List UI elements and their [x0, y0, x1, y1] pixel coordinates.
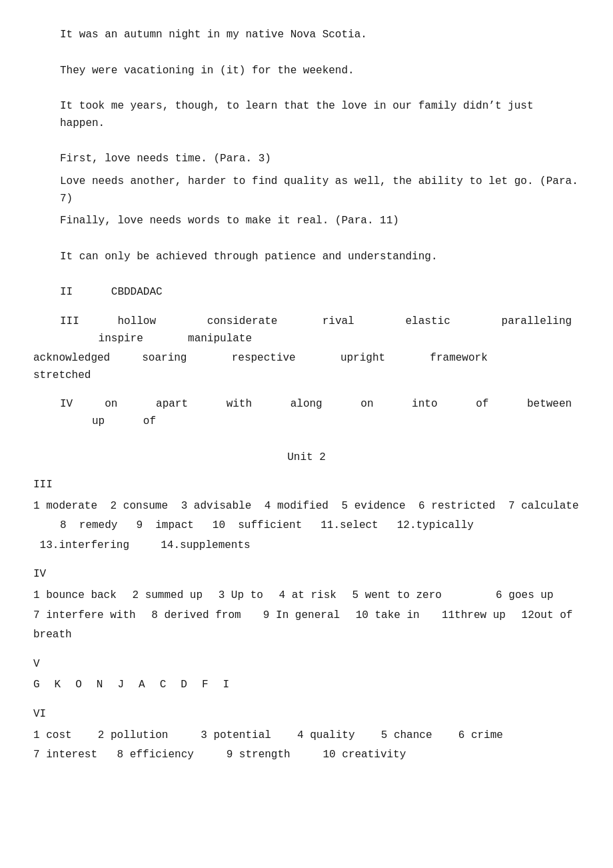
- section-iii-word-9: respective: [232, 352, 296, 364]
- paragraph-3: It took me years, though, to learn that …: [33, 98, 580, 132]
- section-iv-word-0: on: [105, 398, 117, 410]
- unit2-iii-item-10: 10 sufficient: [213, 517, 302, 535]
- section-iii-word-11: framework: [430, 352, 487, 364]
- paragraph-7: It can only be achieved through patience…: [33, 249, 580, 266]
- unit2-iv-item-1: 1 bounce back: [33, 587, 117, 605]
- section-iv-word-5: into: [412, 398, 437, 410]
- unit2-v-letter-9: F: [202, 677, 209, 694]
- unit2-v-letter-2: K: [55, 677, 61, 694]
- para-group: First, love needs time. (Para. 3) Love n…: [33, 151, 580, 229]
- unit2-iv-row3: breath: [33, 627, 580, 644]
- section-ii-label: II: [60, 286, 73, 298]
- section-iv-word-8: up: [92, 415, 105, 427]
- unit2-iii-row2: 8 remedy 9 impact 10 sufficient 11.selec…: [33, 517, 580, 535]
- unit2-vi-item-3: 3 potential: [181, 727, 271, 745]
- section-iv-word-3: along: [291, 398, 322, 410]
- section-iii-word-0: hollow: [117, 315, 156, 327]
- unit2-vi-item-5: 5 chance: [368, 727, 432, 745]
- paragraph-1-text: It was an autumn night in my native Nova…: [60, 29, 367, 41]
- paragraph-5-text: Love needs another, harder to find quali…: [60, 175, 578, 205]
- unit2-iii-item-4: 4 modified: [258, 498, 328, 515]
- unit2-section-vi: VI 1 cost 2 pollution 3 potential 4 qual…: [33, 706, 580, 764]
- section-iv-word-9: of: [143, 415, 156, 427]
- unit2-iv-item-3: 3 Up to: [212, 587, 263, 605]
- paragraph-2: They were vacationing in (it) for the we…: [33, 63, 580, 80]
- unit2-v-letters: G K O N J A C D F I: [33, 677, 580, 694]
- unit2-iv-item-2: 2 summed up: [126, 587, 203, 605]
- section-iii-word-2: rival: [322, 315, 354, 327]
- section-iii-word-5: inspire: [99, 333, 143, 345]
- unit2-iii-item-14: 14.supplements: [148, 537, 251, 555]
- unit2-section-v: V G K O N J A C D F I: [33, 656, 580, 694]
- unit2-vi-row2: 7 interest 8 efficiency 9 strength 10 cr…: [33, 747, 580, 764]
- unit2-section-iii: III 1 moderate 2 consume 3 advisable 4 m…: [33, 477, 580, 554]
- section-ii-content: CBDDADAC: [111, 286, 163, 298]
- section-iii-word-12: stretched: [33, 369, 91, 381]
- section-iv-word-2: with: [227, 398, 252, 410]
- unit2-iv-item-6: 6 goes up: [451, 587, 554, 605]
- unit2-iii-item-8: 8 remedy: [60, 517, 117, 535]
- unit2-v-letter-10: I: [223, 677, 229, 694]
- unit2-v-letter-4: N: [97, 677, 103, 694]
- paragraph-1: It was an autumn night in my native Nova…: [33, 27, 580, 44]
- unit2-vi-item-8: 8 efficiency: [111, 747, 194, 764]
- unit2-iii-item-6: 6 restricted: [412, 498, 496, 515]
- section-iv-label: IV: [60, 398, 73, 410]
- paragraphs-section: It was an autumn night in my native Nova…: [33, 27, 580, 265]
- section-iv-word-4: on: [360, 398, 373, 410]
- unit2-iii-item-11: 11.select: [320, 517, 378, 535]
- section-iii-word-4: paralleling: [502, 315, 572, 327]
- unit2-iii-label: III: [33, 479, 53, 491]
- unit2-iii-row3: 13.interfering 14.supplements: [33, 537, 580, 555]
- section-iii: III hollow considerate rival elastic par…: [33, 313, 580, 384]
- unit2-vi-label: VI: [33, 708, 46, 720]
- unit2-v-letter-6: A: [139, 677, 145, 694]
- unit2-iv-item-8: 8 derived from: [145, 607, 241, 625]
- unit2-v-letter-8: D: [181, 677, 187, 694]
- unit2-iv-item-7: 7 interfere with: [33, 607, 136, 625]
- unit2-iii-label-line: III: [33, 477, 580, 494]
- unit2-iv-item-9: 9 In general: [251, 607, 340, 625]
- unit2-iv-item-5: 5 went to zero: [346, 587, 442, 605]
- paragraph-5: Love needs another, harder to find quali…: [33, 173, 580, 207]
- unit2-iii-item-1: 1 moderate: [33, 498, 97, 515]
- unit2-iv-item-breath: breath: [33, 629, 72, 641]
- unit2-iv-row1: 1 bounce back 2 summed up 3 Up to 4 at r…: [33, 587, 580, 605]
- unit2-title: Unit 2: [33, 449, 580, 467]
- section-iii-word-1: considerate: [207, 315, 278, 327]
- section-iv-word-6: of: [476, 398, 488, 410]
- unit2-vi-item-6: 6 crime: [446, 727, 503, 745]
- section-iv: IV on apart with along on into of betwee…: [33, 396, 580, 430]
- unit2-iii-item-5: 5 evidence: [335, 498, 406, 515]
- unit2-vi-item-10: 10 creativity: [304, 747, 406, 764]
- unit2-section-iv: IV 1 bounce back 2 summed up 3 Up to 4 a…: [33, 566, 580, 643]
- section-ii: II CBDDADAC: [33, 284, 580, 301]
- unit2-vi-row1: 1 cost 2 pollution 3 potential 4 quality…: [33, 727, 580, 745]
- section-iii-word-8: soaring: [142, 352, 187, 364]
- unit2-iii-item-3: 3 advisable: [175, 498, 251, 515]
- unit2-vi-item-9: 9 strength: [207, 747, 291, 764]
- paragraph-6-text: Finally, love needs words to make it rea…: [60, 215, 399, 227]
- unit2-iii-item-2: 2 consume: [104, 498, 168, 515]
- unit2-iv-row2: 7 interfere with 8 derived from 9 In gen…: [33, 607, 580, 625]
- paragraph-6: Finally, love needs words to make it rea…: [33, 213, 580, 230]
- section-iv-word-7: between: [527, 398, 572, 410]
- paragraph-2-text: They were vacationing in (it) for the we…: [60, 65, 354, 77]
- paragraph-4-text: First, love needs time. (Para. 3): [60, 153, 271, 165]
- unit2-v-letter-5: J: [117, 677, 124, 694]
- unit2-iii-item-7: 7 calculate: [502, 498, 578, 515]
- unit2-vi-item-2: 2 pollution: [85, 727, 169, 745]
- unit2-vi-label-line: VI: [33, 706, 580, 723]
- unit2-v-letter-7: C: [160, 677, 167, 694]
- unit2-iii-item-13: 13.interfering: [33, 537, 129, 555]
- unit2-iv-label-line: IV: [33, 566, 580, 583]
- paragraph-3-text: It took me years, though, to learn that …: [60, 100, 534, 129]
- unit2-iii-item-12: 12.typically: [397, 517, 474, 535]
- section-iii-word-6: manipulate: [188, 333, 252, 345]
- paragraph-7-text: It can only be achieved through patience…: [60, 251, 438, 263]
- section-iii-word-10: upright: [340, 352, 385, 364]
- unit2-iii-item-9: 9 impact: [136, 517, 193, 535]
- unit2-iv-item-12: 12out of: [515, 607, 572, 625]
- unit2-iii-row1: 1 moderate 2 consume 3 advisable 4 modif…: [33, 498, 580, 515]
- unit2-v-label-line: V: [33, 656, 580, 673]
